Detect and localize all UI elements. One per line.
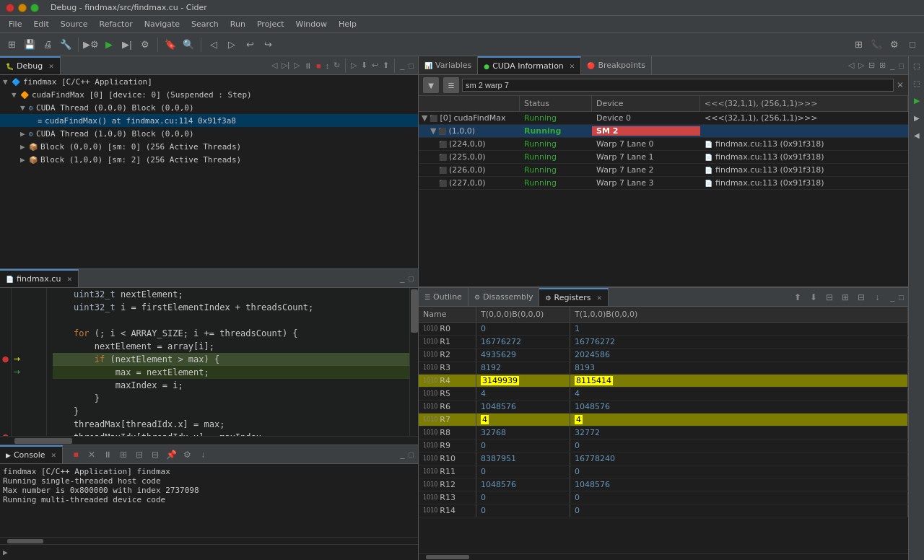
- tab-outline[interactable]: ☰ Outline: [419, 288, 468, 306]
- tab-source[interactable]: 📄 findmax.cu ✕: [0, 269, 79, 287]
- toolbar-run-btn[interactable]: ▶: [100, 36, 118, 53]
- cuda-row-22600[interactable]: ⬛ (226,0,0) Running Warp 7 Lane 2 📄 find…: [419, 164, 908, 177]
- toolbar-debug-btn[interactable]: ▶⚙: [82, 36, 100, 53]
- tree-item-cudafindmax[interactable]: ▼ 🔶 cudaFindMax [0] [device: 0] (Suspend…: [0, 88, 418, 101]
- console-close2[interactable]: ✕: [84, 447, 99, 462]
- menu-run[interactable]: Run: [225, 18, 251, 30]
- menu-navigate[interactable]: Navigate: [139, 18, 186, 30]
- console-btn8[interactable]: ⚙: [180, 447, 194, 462]
- debug-ctrl-5[interactable]: ↕: [324, 60, 331, 71]
- far-right-btn-3[interactable]: ▶: [910, 94, 923, 107]
- debug-ctrl-6[interactable]: ↻: [332, 59, 341, 71]
- cuda-close-icon[interactable]: ✕: [570, 63, 575, 70]
- cuda-row-0[interactable]: ▼ ⬛ [0] cudaFindMax Running Device 0 <<<…: [419, 112, 908, 125]
- cuda-expand[interactable]: ⊞: [878, 59, 887, 71]
- tree-item-thread000[interactable]: ▼ ⚙ CUDA Thread (0,0,0) Block (0,0,0): [0, 101, 418, 114]
- console-pause[interactable]: ⏸: [100, 447, 115, 462]
- close-button[interactable]: [6, 4, 14, 12]
- reg-row-R5[interactable]: 1010 R5 4 4: [419, 388, 908, 401]
- toolbar-stop-btn[interactable]: ⚙: [136, 36, 154, 53]
- maximize-button[interactable]: [30, 4, 39, 12]
- debug-max[interactable]: □: [407, 60, 415, 71]
- console-pin[interactable]: 📌: [164, 447, 178, 462]
- source-editor[interactable]: ● ● → →: [0, 288, 418, 436]
- cuda-max[interactable]: □: [897, 60, 905, 71]
- cuda-row-22400[interactable]: ⬛ (224,0,0) Running Warp 7 Lane 0 📄 find…: [419, 138, 908, 151]
- far-right-btn-2[interactable]: ⬚: [910, 76, 923, 89]
- debug-ctrl-4[interactable]: ⏸: [302, 60, 313, 71]
- menu-project[interactable]: Project: [251, 18, 290, 30]
- cuda-row-22700[interactable]: ⬛ (227,0,0) Running Warp 7 Lane 3 📄 find…: [419, 177, 908, 190]
- debug-ctrl-7[interactable]: ▷: [349, 59, 358, 71]
- cuda-search-input[interactable]: [462, 79, 894, 92]
- console-max[interactable]: □: [407, 449, 415, 460]
- source-close-icon[interactable]: ✕: [66, 276, 72, 283]
- toolbar-r3[interactable]: ⚙: [886, 36, 903, 53]
- reg-row-R8[interactable]: 1010 R8 32768 32772: [419, 426, 908, 439]
- tab-debug[interactable]: 🐛 Debug ✕: [0, 56, 61, 74]
- cuda-filter-btn[interactable]: ▼: [423, 77, 439, 93]
- reg-btn5[interactable]: ⊟: [854, 290, 868, 305]
- debug-ctrl-9[interactable]: ↩: [370, 59, 380, 71]
- reg-min[interactable]: _: [889, 292, 896, 303]
- tab-console[interactable]: ▶ Console ✕: [0, 445, 63, 463]
- debug-ctrl-8[interactable]: ⬇: [359, 59, 369, 71]
- reg-row-R1[interactable]: 1010 R1 16776272 16776272: [419, 336, 908, 349]
- console-btn9[interactable]: ↓: [196, 447, 210, 462]
- tree-item-block100[interactable]: ▶ 📦 Block (1,0,0) [sm: 2] (256 Active Th…: [0, 153, 418, 166]
- reg-row-R9[interactable]: 1010 R9 0 0: [419, 439, 908, 452]
- toolbar-print-btn[interactable]: 🖨: [39, 36, 56, 53]
- reg-row-R2[interactable]: 1010 R2 4935629 2024586: [419, 349, 908, 362]
- cuda-collapse[interactable]: ⊟: [867, 59, 876, 71]
- toolbar-r2[interactable]: 📞: [868, 36, 885, 53]
- editor-scrollbar[interactable]: [409, 288, 418, 436]
- reg-row-R0[interactable]: 1010 R0 0 1: [419, 323, 908, 336]
- reg-max[interactable]: □: [897, 292, 905, 303]
- reg-row-R11[interactable]: 1010 R11 0 0: [419, 465, 908, 478]
- tab-breakpoints[interactable]: 🔴 Breakpoints: [581, 56, 652, 74]
- tree-item-block000[interactable]: ▶ 📦 Block (0,0,0) [sm: 0] (256 Active Th…: [0, 140, 418, 153]
- hscroll-thumb[interactable]: [14, 438, 72, 444]
- toolbar-r1[interactable]: ⊞: [850, 36, 867, 53]
- reg-btn3[interactable]: ⊟: [822, 290, 837, 305]
- debug-ctrl-stop[interactable]: ■: [315, 60, 323, 71]
- source-hscroll[interactable]: [0, 436, 418, 445]
- menu-window[interactable]: Window: [290, 18, 333, 30]
- tree-item-thread100[interactable]: ▶ ⚙ CUDA Thread (1,0,0) Block (0,0,0): [0, 127, 418, 140]
- cuda-row-100[interactable]: ▼ ⬛ (1,0,0) Running SM 2: [419, 125, 908, 138]
- debug-ctrl-1[interactable]: ◁: [270, 59, 279, 71]
- reg-row-R4[interactable]: 1010 R4 3149939 8115414: [419, 375, 908, 388]
- cuda-list-btn[interactable]: ☰: [443, 77, 459, 93]
- reg-btn4[interactable]: ⊞: [838, 290, 853, 305]
- toolbar-save-btn[interactable]: 💾: [21, 36, 38, 53]
- minimize-button[interactable]: [18, 4, 27, 12]
- reg-row-R6[interactable]: 1010 R6 1048576 1048576: [419, 401, 908, 414]
- reg-hscroll-thumb[interactable]: [426, 555, 469, 559]
- menu-help[interactable]: Help: [333, 18, 362, 30]
- reg-row-R14[interactable]: 1010 R14 0 0: [419, 504, 908, 517]
- debug-ctrl-3[interactable]: ▷: [292, 59, 301, 71]
- cuda-back[interactable]: ◁: [847, 59, 855, 71]
- menu-source[interactable]: Source: [55, 18, 94, 30]
- debug-ctrl-10[interactable]: ⬆: [381, 59, 391, 71]
- debug-close-icon[interactable]: ✕: [48, 63, 54, 70]
- toolbar-run2-btn[interactable]: ▶|: [118, 36, 136, 53]
- console-btn4[interactable]: ⊞: [116, 447, 131, 462]
- source-min[interactable]: _: [398, 273, 406, 284]
- toolbar-search-btn[interactable]: 🔍: [180, 36, 197, 53]
- tab-registers[interactable]: ⚙ Registers ✕: [539, 288, 609, 306]
- reg-btn6[interactable]: ↓: [870, 290, 884, 305]
- menu-refactor[interactable]: Refactor: [94, 18, 139, 30]
- menu-edit[interactable]: Edit: [27, 18, 54, 30]
- menu-file[interactable]: File: [3, 18, 27, 30]
- toolbar-last-btn[interactable]: ↩: [241, 36, 258, 53]
- toolbar-r4[interactable]: □: [904, 36, 921, 53]
- reg-row-R13[interactable]: 1010 R13 0 0: [419, 491, 908, 504]
- scrollbar-thumb[interactable]: [411, 289, 418, 333]
- tree-item-findmax[interactable]: ▼ 🔷 findmax [C/C++ Application]: [0, 75, 418, 88]
- tab-disassembly[interactable]: ⚙ Disassembly: [468, 288, 540, 306]
- console-btn6[interactable]: ⊟: [148, 447, 162, 462]
- reg-row-R12[interactable]: 1010 R12 1048576 1048576: [419, 478, 908, 491]
- console-hscroll[interactable]: [0, 537, 418, 544]
- reg-btn2[interactable]: ⬇: [806, 290, 821, 305]
